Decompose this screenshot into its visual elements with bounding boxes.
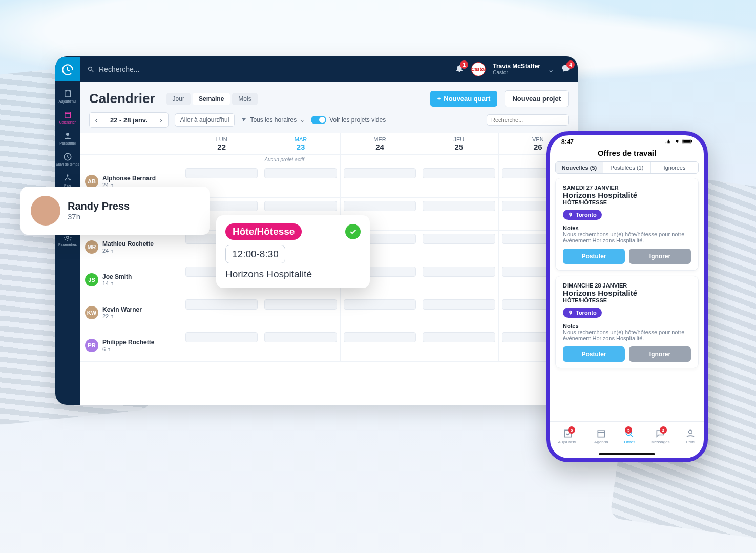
calendar-icon bbox=[63, 110, 72, 119]
offer-title: Horizons Hospitalité bbox=[563, 289, 691, 297]
go-today-button[interactable]: Aller à aujourd'hui bbox=[175, 113, 235, 127]
day-header[interactable]: LUN22 bbox=[182, 133, 261, 155]
hours-filter[interactable]: Tous les horaires ⌄ bbox=[241, 116, 305, 124]
shift-slot[interactable] bbox=[423, 168, 495, 178]
day-cell[interactable] bbox=[341, 329, 419, 362]
new-project-button[interactable]: Nouveau projet bbox=[505, 90, 569, 107]
calendar-search-input[interactable] bbox=[491, 117, 562, 123]
day-cell[interactable] bbox=[419, 231, 498, 263]
nav-calendar[interactable]: Calendrier bbox=[55, 107, 80, 127]
shift-slot[interactable] bbox=[264, 299, 337, 310]
person-cell[interactable]: MRMathieu Rochette24 h bbox=[80, 231, 182, 263]
ptab-messages[interactable]: 3 Messages bbox=[651, 428, 669, 444]
search-placeholder: Recherche... bbox=[99, 65, 139, 73]
day-cell[interactable] bbox=[261, 296, 340, 329]
shift-slot[interactable] bbox=[344, 168, 416, 178]
new-shift-button[interactable]: + Nouveau quart bbox=[430, 91, 498, 107]
search-input[interactable]: Recherche... bbox=[87, 65, 448, 73]
shift-slot[interactable] bbox=[423, 299, 495, 310]
person-cell[interactable]: PRPhilippe Rochette6 h bbox=[80, 329, 182, 362]
day-cell[interactable] bbox=[341, 296, 419, 329]
day-cell[interactable] bbox=[182, 329, 261, 362]
tab-week[interactable]: Semaine bbox=[193, 93, 230, 105]
day-header[interactable]: MER24 bbox=[341, 133, 419, 155]
person-name: Joe Smith bbox=[102, 273, 132, 280]
person-name: Kevin Warner bbox=[102, 306, 142, 313]
day-cell[interactable] bbox=[419, 296, 498, 329]
date-range: 22 - 28 janv. bbox=[103, 116, 155, 124]
offer-notes: Nous recherchons un(e) hôte/hôtesse pour… bbox=[563, 231, 691, 243]
calendar-search[interactable] bbox=[487, 114, 569, 126]
shift-slot[interactable] bbox=[423, 201, 495, 211]
shift-slot[interactable] bbox=[185, 168, 258, 178]
shift-slot[interactable] bbox=[423, 267, 495, 277]
day-cell[interactable] bbox=[182, 296, 261, 329]
person-hours: 24 h bbox=[102, 248, 154, 254]
shift-slot[interactable] bbox=[264, 168, 337, 178]
segment-ignored[interactable]: Ignorées bbox=[650, 162, 698, 173]
shift-slot[interactable] bbox=[264, 201, 337, 211]
ptab-offers[interactable]: 5 Offres bbox=[624, 428, 636, 444]
app-logo[interactable] bbox=[55, 57, 80, 81]
messages-button[interactable]: 4 bbox=[561, 64, 571, 75]
user-menu[interactable]: Travis McStaffer Castor bbox=[493, 63, 540, 75]
offer-date: DIMANCHE 28 JANVIER bbox=[563, 282, 691, 289]
person-cell[interactable]: KWKevin Warner22 h bbox=[80, 296, 182, 329]
day-header[interactable]: JEU25 bbox=[419, 133, 498, 155]
chevron-down-icon: ⌄ bbox=[300, 116, 305, 124]
day-cell[interactable] bbox=[419, 329, 498, 362]
person-cell[interactable]: JSJoe Smith14 h bbox=[80, 263, 182, 296]
day-cell[interactable] bbox=[261, 165, 340, 198]
nav-personnel[interactable]: Personnel bbox=[55, 128, 80, 148]
offer-card[interactable]: SAMEDI 27 JANVIER Horizons Hospitalité H… bbox=[555, 178, 699, 271]
apply-button[interactable]: Postuler bbox=[563, 346, 625, 362]
shift-slot[interactable] bbox=[344, 332, 416, 342]
shift-slot[interactable] bbox=[344, 201, 416, 211]
nav-time-tracking[interactable]: Suivi de temps bbox=[55, 149, 80, 169]
pin-icon bbox=[568, 310, 573, 315]
show-empty-projects-toggle[interactable]: Voir les projets vides bbox=[311, 116, 386, 124]
toggle-switch bbox=[311, 116, 326, 124]
segment-new[interactable]: Nouvelles (5) bbox=[556, 162, 603, 173]
clock-icon bbox=[63, 152, 72, 161]
company-logo[interactable]: Castor bbox=[471, 62, 486, 76]
phone-mockup: 8:47 Offres de travail Nouvelles (5) Pos… bbox=[546, 131, 708, 462]
tab-month[interactable]: Mois bbox=[232, 93, 257, 105]
shift-slot[interactable] bbox=[344, 299, 416, 310]
topbar-actions: 1 Castor Travis McStaffer Castor ⌄ 4 bbox=[455, 62, 571, 76]
day-cell[interactable] bbox=[419, 263, 498, 296]
shift-slot[interactable] bbox=[423, 234, 495, 244]
phone-status-icons bbox=[664, 138, 692, 146]
day-header[interactable]: MAR23 bbox=[261, 133, 340, 155]
ignore-button[interactable]: Ignorer bbox=[629, 346, 691, 362]
day-cell[interactable] bbox=[419, 198, 498, 231]
ptab-agenda[interactable]: Agenda bbox=[594, 428, 608, 444]
svg-rect-9 bbox=[683, 140, 690, 143]
ptab-today[interactable]: 5 Aujourd'hui bbox=[558, 428, 578, 444]
ptab-profile[interactable]: Profil bbox=[685, 428, 696, 444]
nav-today[interactable]: Aujourd'hui bbox=[55, 86, 80, 106]
phone-status-bar: 8:47 bbox=[550, 135, 704, 147]
shift-slot[interactable] bbox=[423, 332, 495, 342]
avatar: AB bbox=[85, 175, 98, 188]
offer-card[interactable]: DIMANCHE 28 JANVIER Horizons Hospitalité… bbox=[555, 276, 699, 368]
prev-week-button[interactable]: ‹ bbox=[90, 113, 103, 127]
tab-day[interactable]: Jour bbox=[166, 93, 191, 105]
user-name: Travis McStaffer bbox=[493, 63, 540, 70]
next-week-button[interactable]: › bbox=[155, 113, 168, 127]
shift-slot[interactable] bbox=[185, 299, 258, 310]
day-cell[interactable] bbox=[419, 165, 498, 198]
person-row: PRPhilippe Rochette6 h bbox=[80, 329, 578, 362]
shift-slot[interactable] bbox=[185, 332, 258, 342]
day-cell[interactable] bbox=[261, 329, 340, 362]
today-icon bbox=[63, 89, 72, 98]
shift-slot[interactable] bbox=[264, 332, 337, 342]
ignore-button[interactable]: Ignorer bbox=[629, 249, 691, 264]
avatar bbox=[31, 196, 60, 226]
apply-button[interactable]: Postuler bbox=[563, 249, 625, 264]
battery-icon bbox=[682, 139, 692, 144]
day-cell[interactable] bbox=[341, 165, 419, 198]
segment-applied[interactable]: Postulées (1) bbox=[603, 162, 650, 173]
notifications-button[interactable]: 1 bbox=[455, 64, 464, 75]
svg-point-14 bbox=[689, 430, 692, 434]
